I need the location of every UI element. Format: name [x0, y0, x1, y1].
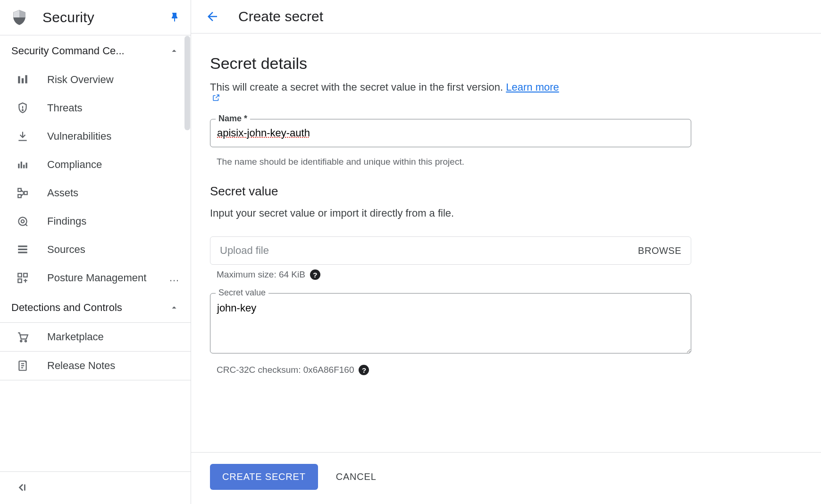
sidebar-title: Security [42, 9, 170, 25]
threat-icon [16, 101, 29, 115]
section-heading-value: Secret value [210, 184, 802, 199]
compliance-icon [16, 158, 29, 171]
create-secret-button[interactable]: CREATE SECRET [210, 464, 318, 490]
content: Secret details This will create a secret… [191, 34, 821, 452]
max-size-text: Maximum size: 64 KiB [217, 269, 305, 280]
nav-label: Sources [47, 244, 179, 256]
assets-icon [16, 186, 29, 200]
svg-rect-22 [18, 273, 22, 277]
sidebar-item-threats[interactable]: Threats [0, 94, 191, 122]
name-label: Name * [216, 114, 250, 124]
help-icon[interactable]: ? [310, 269, 320, 280]
chevron-up-icon [169, 46, 179, 56]
svg-point-27 [20, 340, 22, 342]
upload-placeholder: Upload file [220, 244, 638, 257]
topbar: Create secret [191, 0, 821, 34]
nav-label: Assets [47, 187, 179, 199]
svg-rect-7 [18, 164, 19, 168]
svg-point-17 [21, 220, 25, 223]
secret-value-label: Secret value [216, 288, 268, 298]
svg-rect-12 [24, 192, 27, 195]
sidebar-item-sources[interactable]: Sources [0, 235, 191, 264]
sidebar-item-posture-management[interactable]: Posture Management … [0, 264, 191, 292]
secret-value-field: Secret value [210, 293, 691, 355]
svg-rect-24 [18, 279, 22, 283]
sidebar-item-assets[interactable]: Assets [0, 179, 191, 207]
value-description: Input your secret value or import it dir… [210, 207, 802, 219]
svg-point-4 [22, 109, 23, 110]
svg-rect-21 [18, 252, 27, 253]
divider [0, 380, 191, 380]
sidebar-section-label: Security Command Ce... [11, 45, 169, 57]
secret-value-input[interactable] [210, 293, 691, 353]
pin-icon[interactable] [170, 12, 181, 23]
nav-label: Risk Overview [47, 74, 179, 86]
posture-icon [16, 271, 29, 285]
nav-label: Posture Management [47, 272, 166, 284]
sidebar-section-label: Detections and Controls [11, 302, 169, 314]
svg-rect-2 [25, 75, 27, 83]
sidebar-section-detections[interactable]: Detections and Controls [0, 292, 191, 322]
action-bar: CREATE SECRET CANCEL [191, 452, 821, 504]
sidebar: Security Security Command Ce... Risk Ove… [0, 0, 191, 504]
max-size-row: Maximum size: 64 KiB ? [210, 265, 802, 280]
section-desc-text: This will create a secret with the secre… [210, 81, 503, 93]
cancel-button[interactable]: CANCEL [336, 471, 377, 482]
svg-rect-11 [18, 188, 21, 192]
external-link-icon [210, 93, 802, 102]
svg-line-18 [25, 224, 27, 226]
nav-label: Compliance [47, 159, 179, 171]
back-button[interactable] [205, 9, 219, 24]
findings-icon [16, 215, 29, 228]
sidebar-scrollbar[interactable] [184, 36, 191, 173]
svg-line-35 [216, 95, 219, 98]
svg-rect-1 [22, 78, 24, 84]
sources-icon [16, 243, 29, 256]
browse-button[interactable]: BROWSE [638, 245, 681, 256]
sidebar-section-scc[interactable]: Security Command Ce... [0, 35, 191, 66]
nav-label: Findings [47, 215, 179, 227]
vuln-icon [16, 130, 29, 143]
sidebar-item-compliance[interactable]: Compliance [0, 151, 191, 179]
learn-more-link[interactable]: Learn more [506, 81, 559, 93]
release-notes-icon [16, 359, 29, 372]
checksum-row: CRC-32C checksum: 0x6A86F160 ? [210, 360, 802, 375]
svg-rect-0 [18, 76, 20, 83]
svg-rect-20 [18, 249, 27, 250]
svg-point-28 [25, 340, 26, 342]
svg-rect-13 [18, 194, 21, 198]
learn-more-text: Learn more [506, 81, 559, 93]
overflow-indicator: … [169, 272, 179, 284]
main: Create secret Secret details This will c… [191, 0, 821, 504]
collapse-sidebar-button[interactable] [0, 471, 191, 504]
sidebar-header: Security [0, 0, 191, 35]
security-shield-icon [10, 8, 28, 26]
sidebar-item-vulnerabilities[interactable]: Vulnerabilities [0, 122, 191, 151]
page-title: Create secret [238, 8, 323, 25]
name-field: Name * [210, 119, 691, 147]
chevron-up-icon [169, 302, 179, 313]
nav-label: Vulnerabilities [47, 130, 179, 143]
dashboard-icon [16, 73, 29, 86]
nav-label: Threats [47, 102, 179, 114]
svg-rect-19 [18, 245, 27, 247]
sidebar-item-findings[interactable]: Findings [0, 207, 191, 235]
name-input[interactable] [210, 119, 691, 147]
sidebar-item-risk-overview[interactable]: Risk Overview [0, 66, 191, 94]
checksum-text: CRC-32C checksum: 0x6A86F160 [217, 365, 354, 375]
sidebar-item-marketplace[interactable]: Marketplace [0, 323, 191, 351]
help-icon[interactable]: ? [359, 365, 369, 375]
nav-label: Release Notes [47, 360, 179, 372]
name-helper: The name should be identifiable and uniq… [210, 152, 802, 167]
svg-rect-8 [21, 162, 22, 168]
section-description: This will create a secret with the secre… [210, 81, 802, 102]
sidebar-item-release-notes[interactable]: Release Notes [0, 352, 191, 380]
svg-rect-9 [23, 165, 25, 168]
nav-label: Marketplace [47, 331, 179, 343]
section-heading-details: Secret details [210, 54, 802, 73]
svg-rect-10 [26, 163, 27, 168]
upload-file-box: Upload file BROWSE [210, 236, 691, 265]
svg-rect-23 [24, 273, 27, 277]
marketplace-icon [16, 330, 29, 344]
